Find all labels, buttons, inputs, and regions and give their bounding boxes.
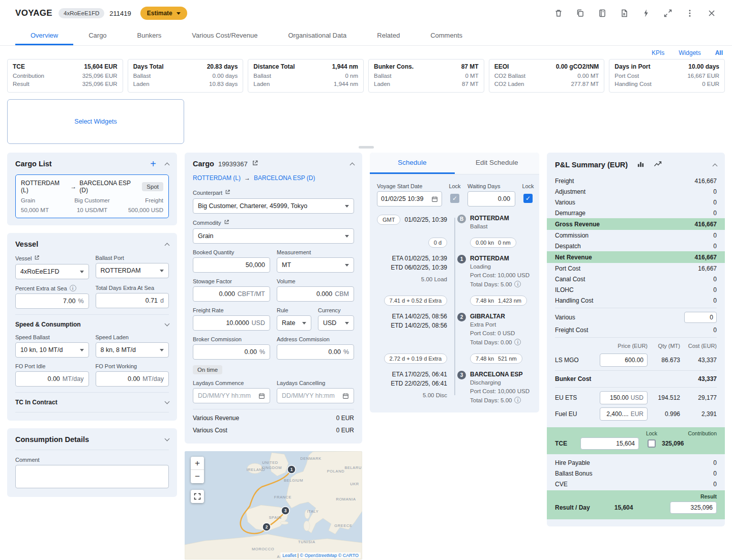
info-icon[interactable]: i xyxy=(514,339,521,345)
ballast-port-select[interactable]: ROTTERDAM xyxy=(96,263,169,278)
currency-select[interactable]: USD xyxy=(318,315,354,331)
trend-chart-icon[interactable] xyxy=(654,160,662,169)
voyage-start-lock-checkbox[interactable]: ✓ xyxy=(450,194,459,203)
ballast-port-label: Ballast Port xyxy=(96,255,169,261)
freight-rate-input[interactable]: 10.0000USD xyxy=(193,315,270,331)
estimate-button[interactable]: Estimate xyxy=(140,7,187,20)
collapse-cargo-icon[interactable] xyxy=(350,163,355,168)
expand-icon[interactable] xyxy=(663,8,673,18)
ls-mgo-price-input[interactable]: 600.00 xyxy=(600,353,648,367)
fo-port-working-input[interactable]: 0.00MT/day xyxy=(96,371,169,387)
tab-organisational-data[interactable]: Organisational Data xyxy=(273,26,362,45)
link-all[interactable]: All xyxy=(715,49,723,56)
calendar-icon[interactable] xyxy=(342,393,349,399)
open-cargo-icon[interactable] xyxy=(252,160,258,168)
tce-input[interactable]: 15,604 xyxy=(580,437,639,450)
zoom-out-button[interactable]: − xyxy=(191,470,204,483)
route-to-link[interactable]: BARCELONA ESP (D) xyxy=(254,174,315,182)
comment-textarea[interactable] xyxy=(15,465,169,488)
eu-ets-price-input[interactable]: 150.00USD xyxy=(600,391,648,404)
tab-schedule[interactable]: Schedule xyxy=(370,153,455,174)
info-icon[interactable]: i xyxy=(514,397,521,403)
tab-related[interactable]: Related xyxy=(362,26,415,45)
kebab-menu-icon[interactable] xyxy=(685,8,695,18)
fullscreen-button[interactable] xyxy=(191,490,204,503)
waiting-days-input[interactable]: 0.00 xyxy=(467,191,515,207)
vessel-select[interactable]: 4xRoEeE1FD xyxy=(15,264,89,279)
collapse-vessel-icon[interactable] xyxy=(165,243,170,248)
journal-icon[interactable] xyxy=(597,8,607,18)
bar-chart-icon[interactable] xyxy=(637,160,645,169)
commodity-select[interactable]: Grain xyxy=(193,228,354,244)
flash-icon[interactable] xyxy=(641,8,651,18)
waiting-days-lock-checkbox[interactable]: ✓ xyxy=(523,194,533,203)
booked-quantity-input[interactable]: 50,000 xyxy=(193,257,270,273)
cargo-item-commodity: Grain xyxy=(21,197,63,203)
carto-link[interactable]: © CARTO xyxy=(338,553,359,558)
timeline-node-ballast: B xyxy=(457,215,466,223)
info-icon[interactable]: i xyxy=(514,281,521,287)
laydays-commence-input[interactable]: DD/MM/YY hh:mm xyxy=(193,388,270,403)
zoom-in-button[interactable]: + xyxy=(191,457,204,470)
collapse-cargo-list-icon[interactable] xyxy=(165,163,170,168)
tc-in-contract-section[interactable]: TC In Contract xyxy=(15,392,169,412)
laydays-cancelling-input[interactable]: DD/MM/YY hh:mm xyxy=(277,388,354,403)
delete-icon[interactable] xyxy=(553,8,564,18)
copy-icon[interactable] xyxy=(575,8,585,18)
tab-bunkers[interactable]: Bunkers xyxy=(122,26,177,45)
timeline-node-3: 3 xyxy=(457,371,466,379)
add-cargo-button[interactable]: + xyxy=(150,160,156,167)
drag-handle[interactable] xyxy=(359,146,374,149)
link-kpis[interactable]: KPIs xyxy=(652,49,664,56)
leaflet-link[interactable]: Leaflet xyxy=(282,553,296,558)
rule-select[interactable]: Rate xyxy=(277,315,311,331)
bunker-row-eu-ets: EU ETS 150.00USD 194.512 29,177 xyxy=(547,390,725,406)
osm-link[interactable]: © OpenStreetMap xyxy=(300,553,337,558)
address-commission-input[interactable]: 0.00% xyxy=(277,344,354,360)
collapse-consumption-icon[interactable] xyxy=(165,436,170,441)
broker-commission-input[interactable]: 0.00% xyxy=(193,344,270,360)
speed-consumption-section[interactable]: Speed & Consumption xyxy=(15,314,169,334)
fuel-eu-price-input[interactable]: 2,400....EUR xyxy=(600,407,648,421)
pdf-export-icon[interactable] xyxy=(619,8,629,18)
currency-label: Currency xyxy=(318,307,354,313)
main-tabs: Overview Cargo Bunkers Various Cost/Reve… xyxy=(0,26,732,46)
percent-extra-input[interactable]: 7.00% xyxy=(15,293,89,309)
route-from-link[interactable]: ROTTERDAM (L) xyxy=(193,174,241,182)
tab-edit-schedule[interactable]: Edit Schedule xyxy=(455,153,540,174)
tab-overview[interactable]: Overview xyxy=(15,26,73,45)
external-link-icon[interactable] xyxy=(225,189,230,196)
voyage-start-date-input[interactable]: 01/02/25 10:39 xyxy=(377,191,442,207)
volume-input[interactable]: 0.000CBM xyxy=(277,286,354,302)
fo-port-idle-input[interactable]: 0.00MT/day xyxy=(15,371,89,387)
kpi-sub-value: 325,096 EUR xyxy=(82,80,118,88)
speed-ballast-select[interactable]: 10 kn, 10 MT/d xyxy=(15,342,89,358)
tab-cargo[interactable]: Cargo xyxy=(73,26,122,45)
various-cost-input[interactable]: 0 xyxy=(684,312,717,323)
on-time-badge: On time xyxy=(193,365,222,374)
measurement-select[interactable]: MT xyxy=(277,257,354,273)
external-link-icon[interactable] xyxy=(34,255,40,262)
route-map[interactable]: UNITED KINGDOM IRELAND DENMARK BELARU PO… xyxy=(185,451,362,559)
bunker-table-header: Price (EUR) Qty (MT) Cost (EUR) xyxy=(547,340,725,352)
cargo-list-item[interactable]: ROTTERDAM (L) → BARCELONA ESP (D) Spot G… xyxy=(15,174,169,218)
kpi-sub-value: 0 EUR xyxy=(702,80,719,88)
calendar-icon[interactable] xyxy=(431,196,438,202)
bunker-row-ls-mgo: LS MGO 600.00 86.673 43,337 xyxy=(547,352,725,368)
total-days-extra-input[interactable]: 0.71d xyxy=(96,293,169,308)
speed-laden-select[interactable]: 8 kn, 8 MT/d xyxy=(96,342,169,358)
result-input[interactable]: 325,096 xyxy=(670,502,717,514)
stowage-factor-input[interactable]: 0.000CBFT/MT xyxy=(193,286,270,302)
tab-comments[interactable]: Comments xyxy=(415,26,478,45)
close-icon[interactable] xyxy=(707,8,717,18)
link-widgets[interactable]: Widgets xyxy=(679,49,700,56)
collapse-pnl-icon[interactable] xyxy=(713,163,718,168)
tab-various-cost-revenue[interactable]: Various Cost/Revenue xyxy=(177,26,273,45)
counterpart-select[interactable]: Big Customer, Charterer, 45999, Tokyo xyxy=(193,198,354,214)
external-link-icon[interactable] xyxy=(224,219,229,226)
tce-lock-checkbox[interactable]: ✓ xyxy=(648,439,656,448)
calendar-icon[interactable] xyxy=(258,393,265,399)
pnl-row: Demurrage0 xyxy=(547,208,725,218)
select-widgets-button[interactable]: Select Widgets xyxy=(7,99,184,144)
info-icon[interactable]: i xyxy=(70,285,76,291)
